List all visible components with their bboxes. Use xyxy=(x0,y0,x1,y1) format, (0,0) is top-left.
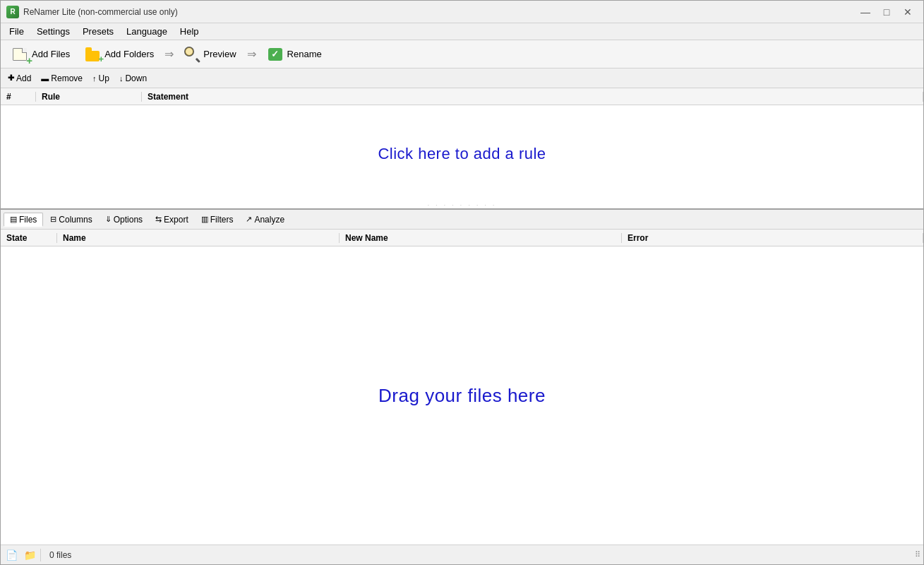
preview-icon xyxy=(184,47,200,62)
title-bar-left: R ReNamer Lite (non-commercial use only) xyxy=(6,6,178,18)
add-badge: + xyxy=(26,55,32,66)
add-rule-hint[interactable]: Click here to add a rule xyxy=(378,145,546,163)
export-tab-icon: ⇆ xyxy=(155,215,162,224)
folder-tab xyxy=(85,47,92,51)
magnify-handle xyxy=(196,58,200,63)
add-folders-status-button[interactable]: 📁 xyxy=(22,548,37,562)
col-header-rule: Rule xyxy=(36,92,142,102)
rules-down-button[interactable]: ↓ Down xyxy=(115,72,151,85)
files-tab-icon: ▤ xyxy=(10,215,17,224)
menu-language[interactable]: Language xyxy=(121,25,173,38)
filters-tab-icon: ▥ xyxy=(201,215,208,224)
rename-label: Rename xyxy=(287,49,322,59)
tab-options-label: Options xyxy=(114,215,143,225)
plus-icon: ✚ xyxy=(8,73,14,83)
files-table-header: State Name New Name Error xyxy=(1,230,923,246)
add-files-status-button[interactable]: 📄 xyxy=(4,548,19,562)
menu-file[interactable]: File xyxy=(4,25,30,38)
rename-button[interactable]: ✓ Rename xyxy=(260,43,328,66)
tab-export[interactable]: ⇆ Export xyxy=(150,213,194,226)
app-window: R ReNamer Lite (non-commercial use only)… xyxy=(0,0,924,565)
title-bar: R ReNamer Lite (non-commercial use only)… xyxy=(1,1,923,23)
arrow-1: ⇒ xyxy=(164,47,174,61)
col-header-num: # xyxy=(1,92,36,102)
rules-body[interactable]: Click here to add a rule xyxy=(1,105,923,203)
minimize-button[interactable]: — xyxy=(856,5,875,19)
drag-hint: Drag your files here xyxy=(378,385,546,407)
title-bar-controls: — □ ✕ xyxy=(856,5,918,19)
add-files-button[interactable]: + Add Files xyxy=(5,43,76,66)
menu-presets[interactable]: Presets xyxy=(77,25,119,38)
status-bar: 📄 📁 0 files ⠿ xyxy=(1,545,923,564)
col-header-name: Name xyxy=(57,233,340,243)
tab-filters[interactable]: ▥ Filters xyxy=(196,213,239,226)
status-divider xyxy=(40,549,41,561)
checkmark-box: ✓ xyxy=(268,48,282,61)
analyze-tab-icon: ↗ xyxy=(246,215,252,224)
app-icon: R xyxy=(6,6,19,18)
tab-filters-label: Filters xyxy=(210,215,234,225)
rules-remove-button[interactable]: ▬ Remove xyxy=(37,72,87,85)
window-title: ReNamer Lite (non-commercial use only) xyxy=(23,7,178,17)
add-folders-label: Add Folders xyxy=(104,49,154,59)
tab-files-label: Files xyxy=(19,215,37,225)
add-files-status-icon: 📄 xyxy=(6,549,18,561)
main-content: ✚ Add ▬ Remove ↑ Up ↓ Down # xyxy=(1,69,923,545)
toolbar: + Add Files + Add Folders ⇒ Preview ⇒ ✓ xyxy=(1,40,923,69)
preview-button[interactable]: Preview xyxy=(178,43,242,66)
rules-toolbar: ✚ Add ▬ Remove ↑ Up ↓ Down xyxy=(1,69,923,88)
tab-analyze[interactable]: ↗ Analyze xyxy=(240,213,290,226)
tab-options[interactable]: ⇓ Options xyxy=(100,213,148,226)
up-icon: ↑ xyxy=(92,74,97,83)
tab-columns-label: Columns xyxy=(59,215,92,225)
preview-label: Preview xyxy=(203,49,236,59)
files-body[interactable]: Drag your files here xyxy=(1,246,923,545)
rules-add-label: Add xyxy=(16,73,31,83)
tab-analyze-label: Analyze xyxy=(254,215,284,225)
rules-down-label: Down xyxy=(125,73,147,83)
col-header-error: Error xyxy=(622,233,923,243)
arrow-2: ⇒ xyxy=(247,47,256,61)
rename-icon: ✓ xyxy=(267,47,284,62)
menu-bar: File Settings Presets Language Help xyxy=(1,23,923,40)
tab-columns[interactable]: ⊟ Columns xyxy=(44,213,97,226)
rules-up-label: Up xyxy=(99,73,109,83)
tab-export-label: Export xyxy=(164,215,188,225)
files-area: ▤ Files ⊟ Columns ⇓ Options ⇆ Export ▥ xyxy=(1,210,923,545)
rules-table-header: # Rule Statement xyxy=(1,88,923,105)
add-folders-button[interactable]: + Add Folders xyxy=(79,44,160,65)
rules-area: ✚ Add ▬ Remove ↑ Up ↓ Down # xyxy=(1,69,923,210)
add-folders-status-icon: 📁 xyxy=(24,549,36,561)
rules-add-button[interactable]: ✚ Add xyxy=(4,72,35,85)
menu-settings[interactable]: Settings xyxy=(31,25,76,38)
menu-help[interactable]: Help xyxy=(174,25,205,38)
file-count-label: 0 files xyxy=(44,550,77,560)
down-icon: ↓ xyxy=(119,74,124,83)
tab-files[interactable]: ▤ Files xyxy=(4,213,43,227)
rules-remove-label: Remove xyxy=(51,73,83,83)
rules-up-button[interactable]: ↑ Up xyxy=(88,72,114,85)
folder-shape xyxy=(85,51,100,61)
columns-tab-icon: ⊟ xyxy=(50,215,56,224)
options-tab-icon: ⇓ xyxy=(105,215,112,224)
add-files-icon: + xyxy=(11,47,28,62)
files-tabs: ▤ Files ⊟ Columns ⇓ Options ⇆ Export ▥ xyxy=(1,210,923,230)
add-files-label: Add Files xyxy=(32,49,70,59)
file-shape xyxy=(13,48,27,61)
add-folders-icon: + xyxy=(85,47,101,61)
col-header-state: State xyxy=(1,233,57,243)
divider-dots: · · · · · · · · · xyxy=(1,203,923,208)
magnify-overlay xyxy=(185,47,193,56)
minus-icon: ▬ xyxy=(41,74,49,83)
folder-add-badge: + xyxy=(99,54,104,64)
maximize-button[interactable]: □ xyxy=(877,5,896,19)
close-button[interactable]: ✕ xyxy=(898,5,918,19)
status-bar-right: ⠿ xyxy=(915,550,920,559)
col-header-statement: Statement xyxy=(142,92,923,102)
col-header-newname: New Name xyxy=(340,233,622,243)
